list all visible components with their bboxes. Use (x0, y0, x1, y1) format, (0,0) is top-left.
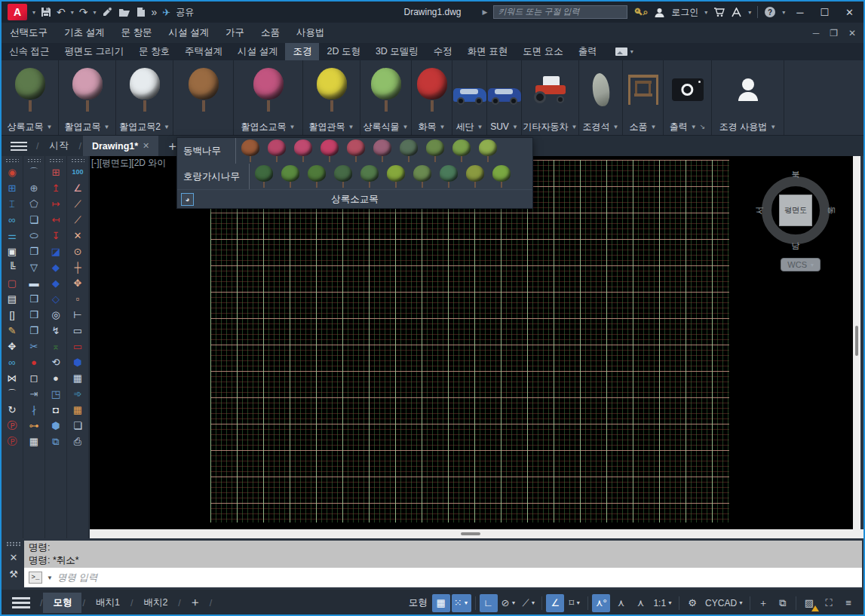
tool-icon-c1-r4[interactable]: ⬭ (24, 228, 44, 244)
tool-icon-c1-r9[interactable]: ❒ (24, 307, 44, 323)
command-input[interactable]: 명령 입력 (57, 572, 97, 584)
login-caret-icon[interactable]: ▾ (704, 9, 707, 16)
tool-icon-c1-r17[interactable]: ▦ (24, 434, 44, 449)
app-logo[interactable]: A (8, 4, 27, 20)
panel-label[interactable]: SUV▼ (487, 118, 521, 135)
tool-icon-c2-r8[interactable]: ◇ (46, 291, 66, 307)
minimize-button[interactable]: ─ (791, 7, 808, 18)
tool-icon-c2-r6[interactable]: ◆ (46, 259, 66, 275)
help-icon[interactable]: ? (764, 6, 776, 18)
ribbon-tab-조경[interactable]: 조경 (285, 43, 319, 60)
tool-icon-c2-r15[interactable]: ◘ (46, 402, 66, 418)
viewport-controls-label[interactable]: [-][평면도][2D 와이 (91, 157, 166, 170)
tool-icon-c2-r16[interactable]: ⬢ (46, 418, 66, 434)
view-cube-north[interactable]: 북 (792, 169, 800, 180)
command-prompt-caret-icon[interactable]: ▼ (47, 575, 53, 581)
undo-icon[interactable]: ↶ (57, 7, 66, 17)
save-icon[interactable] (41, 7, 51, 17)
tool-icon-c0-r2[interactable]: ⌶ (2, 196, 22, 212)
close-button[interactable]: ✕ (840, 7, 859, 18)
panel-thumbnail[interactable] (664, 60, 711, 118)
search-input[interactable]: 키워드 또는 구절 입력 (493, 5, 627, 19)
settings-gear[interactable]: ⚙ (683, 594, 701, 612)
ribbon-panel-활엽관목[interactable]: 활엽관목▼ (303, 60, 360, 135)
menu-item-4[interactable]: 가구 (217, 26, 253, 39)
isometric-drafting-toggle[interactable]: ⟋▼ (520, 594, 538, 612)
panel-label[interactable]: 조경석▼ (579, 118, 622, 135)
tool-icon-c2-r0[interactable]: ⊞ (46, 164, 66, 180)
view-cube-west[interactable]: 서 (754, 207, 765, 215)
toolbar-drag-grip[interactable] (49, 158, 63, 163)
ribbon-panel-활엽소교목[interactable]: 활엽소교목▼ (234, 60, 303, 135)
panel-label[interactable]: 출력▼↘ (664, 118, 711, 135)
drawing-canvas[interactable]: [-][평면도][2D 와이 북 남 서 동 평면도 WCS▾ (90, 156, 856, 529)
panel-label[interactable]: 활엽관목▼ (303, 118, 360, 135)
tool-icon-c0-r6[interactable]: ╚ (2, 259, 22, 275)
tool-icon-c0-r13[interactable]: ⋈ (2, 370, 22, 386)
file-tab-menu-icon[interactable] (11, 142, 27, 151)
view-cube-east[interactable]: 동 (826, 207, 837, 215)
panel-thumbnail[interactable] (522, 60, 578, 118)
annotation-scale-icon[interactable]: ⋏ (631, 594, 649, 612)
tool-icon-c3-r11[interactable]: ▭ (68, 339, 87, 354)
ribbon-panel-출력[interactable]: 출력▼↘ (664, 60, 712, 135)
ribbon-tab-신속-접근[interactable]: 신속 접근 (2, 43, 57, 60)
tool-icon-c3-r16[interactable]: ❏ (68, 418, 87, 434)
annotation-autoscale-toggle[interactable]: ⋏ (612, 594, 630, 612)
panel-thumbnail[interactable] (303, 60, 360, 118)
flyout-tree-item[interactable] (333, 165, 353, 188)
panel-thumbnail[interactable] (579, 60, 622, 118)
panel-thumbnail[interactable] (173, 60, 233, 118)
cart-icon[interactable] (713, 7, 725, 17)
horizontal-scrollbar[interactable] (90, 529, 863, 538)
tool-icon-c0-r11[interactable]: ✥ (2, 339, 22, 354)
tool-icon-c3-r5[interactable]: ⊙ (68, 244, 87, 259)
panel-thumbnail[interactable] (452, 60, 486, 118)
panel-thumbnail[interactable] (487, 60, 521, 118)
command-prompt-icon[interactable]: >_ (29, 572, 42, 584)
tool-icon-c2-r17[interactable]: ⧉ (46, 434, 66, 449)
tool-icon-c2-r11[interactable]: ⌅ (46, 339, 66, 354)
vertical-scroll-thumb[interactable] (855, 326, 858, 356)
redo-caret-icon[interactable]: ▾ (94, 9, 97, 16)
tool-icon-c2-r14[interactable]: ◳ (46, 386, 66, 402)
doc-restore-button[interactable]: ❐ (830, 28, 838, 38)
tool-icon-c2-r4[interactable]: ↧ (46, 228, 66, 244)
user-icon[interactable] (654, 8, 665, 17)
brand-a-icon[interactable] (731, 8, 742, 17)
tool-icon-c3-r6[interactable]: ┼ (68, 259, 87, 275)
tool-icon-c3-r7[interactable]: ✥ (68, 275, 87, 291)
tool-icon-c0-r3[interactable]: ∞ (2, 212, 22, 228)
status-hamburger[interactable]: ≡ (839, 594, 857, 612)
flyout-tree-item[interactable] (492, 165, 511, 188)
command-close-icon[interactable]: ✕ (10, 552, 18, 563)
panel-thumbnail[interactable] (623, 60, 663, 118)
menu-item-1[interactable]: 기초 설계 (56, 26, 112, 39)
open-folder-icon[interactable] (118, 8, 130, 17)
tool-icon-c0-r1[interactable]: ⊞ (2, 180, 22, 196)
tool-icon-c3-r12[interactable]: ⬢ (68, 354, 87, 370)
flyout-tree-item[interactable] (452, 139, 471, 162)
flyout-tree-item[interactable] (307, 165, 327, 188)
tool-icon-c1-r2[interactable]: ⬠ (24, 196, 44, 212)
doc-minimize-button[interactable]: ─ (813, 28, 820, 38)
panel-label[interactable]: 세단▼ (452, 118, 486, 135)
ribbon-tab-출력[interactable]: 출력 (571, 43, 605, 60)
undo-caret-icon[interactable]: ▾ (71, 9, 74, 16)
tool-icon-c3-r0[interactable]: 100 (68, 164, 87, 180)
layout-tab-배치2[interactable]: 배치2 (133, 593, 177, 613)
workspace-switcher[interactable]: CYCAD▼ (703, 594, 746, 612)
ribbon-panel-활엽교목2[interactable]: 활엽교목2▼ (116, 60, 173, 135)
panel-thumbnail[interactable] (59, 60, 115, 118)
tool-icon-c3-r4[interactable]: ✕ (68, 228, 87, 244)
search-collapse-icon[interactable]: ▶ (483, 8, 488, 16)
ribbon-panel-기타자동차[interactable]: 기타자동차▼ (522, 60, 579, 135)
flyout-tree-item[interactable] (399, 139, 419, 162)
doc-close-button[interactable]: ✕ (848, 28, 856, 38)
ribbon-panel-조경석[interactable]: 조경석▼ (579, 60, 623, 135)
tool-icon-c3-r13[interactable]: ▦ (68, 370, 87, 386)
ribbon-panel-세단[interactable]: 세단▼ (452, 60, 487, 135)
flyout-tree-item[interactable] (413, 165, 432, 188)
tool-icon-c1-r8[interactable]: ❒ (24, 291, 44, 307)
add-layout-button[interactable]: ＋ (182, 595, 209, 611)
